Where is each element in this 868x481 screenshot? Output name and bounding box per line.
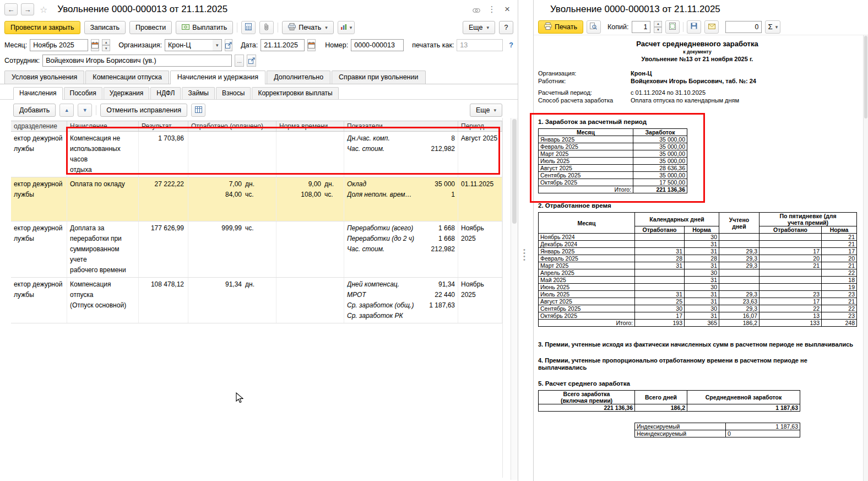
open-link-icon[interactable] — [247, 55, 256, 67]
left-vertical-scrollbar[interactable] — [511, 118, 518, 480]
move-down-button[interactable]: ▼ — [78, 104, 92, 117]
kebab-menu-icon[interactable]: ⋮ — [486, 4, 498, 14]
cell-accrual[interactable]: Компенсация не использованных часов отды… — [67, 132, 139, 177]
reports-dropdown-button[interactable]: ▾ — [338, 21, 355, 34]
close-icon[interactable]: × — [501, 4, 513, 15]
col-header-accrual[interactable]: Начисление — [67, 121, 139, 131]
cell-worked[interactable]: 91,34дн. — [188, 278, 276, 323]
scrollbar-thumb[interactable] — [512, 119, 517, 224]
save-button[interactable]: Записать — [84, 21, 126, 34]
cell-period[interactable]: 01.11.2025 — [458, 177, 502, 221]
spreadsheet-document[interactable]: Расчет среднедневного заработка к докуме… — [534, 35, 863, 481]
cell-norm[interactable]: 9,00дн.108,00чс. — [276, 177, 344, 221]
subtab-0[interactable]: Начисления — [13, 87, 63, 100]
step-up-icon[interactable]: ▲ — [654, 21, 662, 27]
tab-2[interactable]: Начисления и удержания — [170, 71, 265, 84]
cell-worked[interactable]: 7,00дн.84,00чс. — [188, 177, 276, 221]
calendar-icon[interactable] — [91, 39, 99, 51]
open-link-icon[interactable] — [225, 39, 232, 51]
pane-splitter[interactable]: • • • • — [518, 0, 534, 481]
accruals-grid[interactable]: одразделение Начисление Результат Отрабо… — [11, 121, 502, 323]
tab-1[interactable]: Компенсации отпуска — [85, 71, 169, 84]
cell-period[interactable]: Ноябрь 2025 — [458, 221, 502, 277]
save-file-button[interactable] — [687, 20, 701, 34]
month-stepper[interactable]: ▲▼ — [102, 39, 110, 51]
page-setup-button[interactable] — [665, 20, 680, 34]
post-button[interactable]: Провести — [129, 21, 172, 34]
col-header-worked[interactable]: Отработано (оплачено) — [188, 121, 276, 131]
subtab-3[interactable]: НДФЛ — [150, 87, 181, 99]
tab-3[interactable]: Дополнительно — [267, 71, 330, 84]
current-cell-input[interactable] — [725, 21, 762, 33]
preview-print-button[interactable]: Печать — [538, 20, 583, 34]
subtab-4[interactable]: Займы — [182, 87, 215, 99]
move-up-button[interactable]: ▲ — [59, 104, 74, 117]
help-icon[interactable]: ? — [509, 41, 513, 49]
print-as-input[interactable] — [457, 39, 503, 51]
cell-norm[interactable] — [276, 132, 344, 177]
number-input[interactable] — [351, 39, 404, 51]
col-header-norm[interactable]: Норма времени — [276, 121, 344, 131]
cell-norm[interactable] — [276, 278, 344, 323]
cell-department[interactable]: ектор дежурной лужбы — [11, 221, 67, 277]
pay-button[interactable]: Выплатить — [176, 21, 233, 34]
scrollbar-thumb[interactable] — [864, 36, 867, 118]
subtab-6[interactable]: Корректировки выплаты — [252, 87, 338, 99]
col-header-period[interactable]: Период — [458, 121, 502, 131]
cell-department[interactable]: ектор дежурной лужбы — [11, 177, 67, 221]
print-button[interactable]: Печать ▾ — [282, 21, 333, 34]
cell-indicators[interactable]: Переработки (всего)1 668Переработки (до … — [344, 221, 458, 277]
calendar-icon[interactable] — [307, 39, 316, 51]
add-row-button[interactable]: Добавить — [13, 104, 56, 117]
back-button[interactable]: ← — [4, 3, 18, 15]
cell-result[interactable]: 177 626,99 — [139, 221, 188, 277]
cell-period[interactable]: Ноябрь 2025 — [458, 278, 502, 323]
help-button[interactable]: ? — [499, 21, 513, 34]
splitter-handle[interactable]: • • • • — [523, 248, 525, 261]
month-input[interactable] — [30, 39, 88, 51]
col-header-result[interactable]: Результат — [139, 121, 188, 131]
cell-norm[interactable] — [276, 221, 344, 277]
link-icon[interactable] — [470, 5, 482, 14]
subtab-1[interactable]: Пособия — [64, 87, 102, 99]
organization-combo[interactable]: ▾ — [165, 39, 222, 51]
grid-row[interactable]: ектор дежурной лужбыОплата по окладу27 2… — [11, 177, 502, 221]
step-down-icon[interactable]: ▼ — [654, 27, 662, 33]
sum-button[interactable]: Σ ▾ — [765, 20, 780, 34]
cell-indicators[interactable]: Дн./час. комп.8Час. стоим.212,982 — [344, 132, 458, 177]
col-header-department[interactable]: одразделение — [11, 121, 67, 131]
cell-result[interactable]: 108 478,12 — [139, 278, 188, 323]
cell-accrual[interactable]: Компенсация отпуска (Отпуск основной) — [67, 278, 139, 323]
chevron-down-icon[interactable]: ▾ — [213, 40, 221, 51]
cell-department[interactable]: ектор дежурной лужбы — [11, 278, 67, 323]
cell-worked[interactable] — [188, 132, 276, 177]
choose-button[interactable]: ... — [235, 55, 244, 67]
copies-input[interactable] — [632, 21, 650, 33]
tab-4[interactable]: Справки при увольнении — [332, 71, 425, 84]
copies-stepper[interactable]: ▲▼ — [654, 21, 662, 33]
attachments-button[interactable] — [259, 21, 274, 34]
subtab-5[interactable]: Взносы — [216, 87, 251, 99]
cell-period[interactable]: Август 2025 — [458, 132, 502, 177]
preview-zoom-button[interactable] — [587, 20, 601, 34]
cell-accrual[interactable]: Доплата за переработки при суммированном… — [67, 221, 139, 277]
col-header-indicators[interactable]: Показатели — [344, 121, 458, 131]
cell-indicators[interactable]: Оклад35 000Доля неполн. врем…1 — [344, 177, 458, 221]
right-vertical-scrollbar[interactable] — [863, 35, 868, 481]
grid-row[interactable]: ектор дежурной лужбыКомпенсация не испол… — [11, 132, 502, 177]
post-and-close-button[interactable]: Провести и закрыть — [4, 21, 80, 34]
cell-indicators[interactable]: Дней компенсац.91,34МРОТ22 440Ср. зарабо… — [344, 278, 458, 323]
step-up-icon[interactable]: ▲ — [102, 39, 110, 45]
employee-input[interactable] — [42, 55, 232, 67]
cell-accrual[interactable]: Оплата по окладу — [67, 177, 139, 221]
subtab-2[interactable]: Удержания — [104, 87, 150, 99]
form-settings-button[interactable] — [191, 104, 205, 117]
send-email-button[interactable] — [704, 20, 719, 34]
cell-result[interactable]: 1 703,86 — [139, 132, 188, 177]
cell-department[interactable]: ектор дежурной лужбы — [11, 132, 67, 177]
date-input[interactable] — [261, 39, 305, 51]
grid-more-button[interactable]: Еще ▾ — [470, 104, 502, 117]
more-button[interactable]: Еще ▾ — [463, 21, 495, 34]
tab-0[interactable]: Условия увольнения — [4, 71, 84, 84]
cell-worked[interactable]: 999,99чс. — [188, 221, 276, 277]
